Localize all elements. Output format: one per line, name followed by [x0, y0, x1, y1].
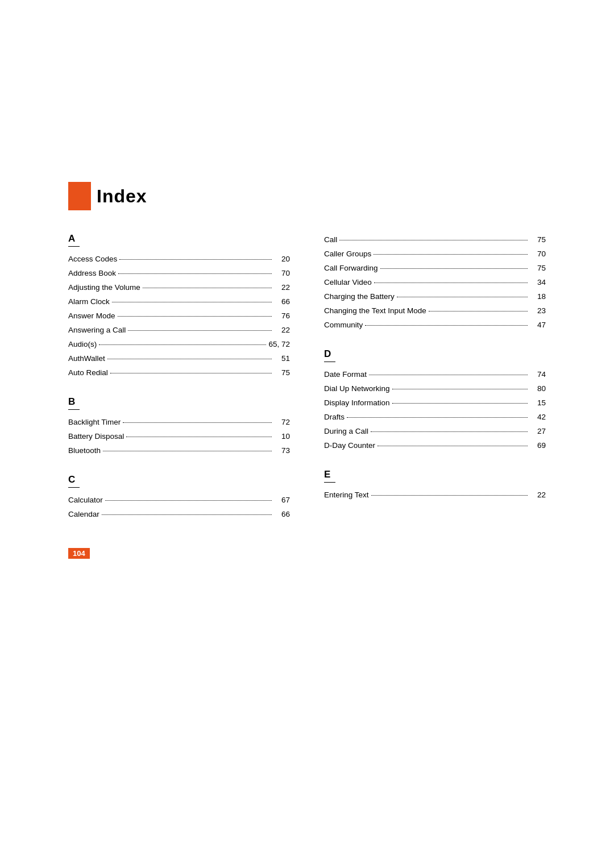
- entry-name: Access Codes: [68, 252, 117, 267]
- index-entry: Alarm Clock66: [68, 295, 290, 309]
- entry-dots: [123, 422, 272, 423]
- entry-dots: [374, 283, 528, 283]
- entry-name: Bluetooth: [68, 444, 101, 458]
- entry-dots: [339, 240, 528, 240]
- entry-page: 22: [530, 488, 546, 502]
- entry-dots: [102, 514, 272, 515]
- index-entry: Calculator67: [68, 493, 290, 508]
- entry-page: 65, 72: [268, 338, 290, 352]
- section-continuation: Call75Caller Groups70Call Forwarding75Ce…: [324, 233, 546, 333]
- entry-dots: [103, 451, 272, 451]
- entry-dots: [380, 268, 528, 269]
- entry-page: 47: [530, 318, 546, 333]
- entry-page: 70: [274, 267, 290, 281]
- entry-dots: [374, 254, 528, 255]
- section-letter-c: C: [68, 474, 80, 488]
- section-letter-b: B: [68, 396, 80, 410]
- index-entry: Caller Groups70: [324, 247, 546, 261]
- entry-page: 73: [274, 444, 290, 458]
- entry-name: During a Call: [324, 425, 368, 439]
- entry-page: 18: [530, 290, 546, 304]
- entry-name: Calendar: [68, 508, 99, 522]
- index-entry: Cellular Video34: [324, 276, 546, 290]
- index-entry: Changing the Text Input Mode23: [324, 304, 546, 318]
- entry-page: 70: [530, 247, 546, 261]
- entry-name: AuthWallet: [68, 352, 105, 366]
- entry-name: Call Forwarding: [324, 261, 378, 276]
- index-entry: Dial Up Networking80: [324, 382, 546, 396]
- page-container: Index AAccess Codes20Address Book70Adjus…: [0, 0, 614, 868]
- entry-name: Date Format: [324, 368, 367, 382]
- entry-dots: [371, 495, 528, 496]
- entry-dots: [110, 373, 272, 373]
- entry-page: 10: [274, 430, 290, 444]
- index-entry: Calendar66: [68, 508, 290, 522]
- index-entry: Community47: [324, 318, 546, 333]
- entry-dots: [99, 344, 266, 345]
- entry-page: 66: [274, 295, 290, 309]
- entry-page: 67: [274, 493, 290, 508]
- index-entry: Call Forwarding75: [324, 261, 546, 276]
- entry-dots: [371, 431, 528, 432]
- section-letter-e: E: [324, 469, 335, 483]
- index-entry: Drafts42: [324, 410, 546, 425]
- entry-name: Answer Mode: [68, 309, 115, 323]
- entry-dots: [392, 403, 528, 404]
- page-title: Index: [97, 186, 147, 207]
- entry-page: 72: [274, 416, 290, 430]
- entry-name: Charging the Battery: [324, 290, 395, 304]
- entry-dots: [107, 359, 272, 359]
- entry-dots: [118, 316, 272, 317]
- entry-name: Audio(s): [68, 338, 97, 352]
- index-entry: Backlight Timer72: [68, 416, 290, 430]
- entry-name: Auto Redial: [68, 366, 108, 380]
- entry-page: 80: [530, 382, 546, 396]
- left-column: AAccess Codes20Address Book70Adjusting t…: [68, 233, 290, 538]
- entry-dots: [119, 259, 272, 260]
- entry-name: Display Information: [324, 396, 390, 410]
- entry-name: Alarm Clock: [68, 295, 110, 309]
- index-entry: AuthWallet51: [68, 352, 290, 366]
- entry-name: Adjusting the Volume: [68, 281, 140, 295]
- index-entry: Access Codes20: [68, 252, 290, 267]
- index-entry: Charging the Battery18: [324, 290, 546, 304]
- entry-name: Calculator: [68, 493, 103, 508]
- entry-dots: [105, 500, 272, 501]
- right-column: Call75Caller Groups70Call Forwarding75Ce…: [324, 233, 546, 538]
- columns-wrapper: AAccess Codes20Address Book70Adjusting t…: [68, 233, 546, 538]
- entry-page: 75: [530, 261, 546, 276]
- title-block: Index: [68, 182, 546, 210]
- entry-page: 15: [530, 396, 546, 410]
- index-entry: Audio(s)65, 72: [68, 338, 290, 352]
- entry-page: 22: [274, 281, 290, 295]
- section-E: EEntering Text22: [324, 469, 546, 502]
- section-D: DDate Format74Dial Up Networking80Displa…: [324, 348, 546, 453]
- section-letter-a: A: [68, 233, 80, 247]
- entry-name: Answering a Call: [68, 323, 126, 338]
- entry-dots: [112, 302, 272, 302]
- entry-name: D-Day Counter: [324, 439, 375, 453]
- entry-name: Caller Groups: [324, 247, 371, 261]
- entry-dots: [347, 417, 528, 418]
- index-entry: Adjusting the Volume22: [68, 281, 290, 295]
- index-entry: Date Format74: [324, 368, 546, 382]
- entry-page: 76: [274, 309, 290, 323]
- index-entry: D-Day Counter69: [324, 439, 546, 453]
- orange-bar-decoration: [68, 182, 91, 210]
- entry-dots: [429, 311, 528, 312]
- entry-dots: [128, 330, 272, 331]
- entry-name: Community: [324, 318, 363, 333]
- entry-page: 51: [274, 352, 290, 366]
- section-B: BBacklight Timer72Battery Disposal10Blue…: [68, 396, 290, 458]
- entry-name: Address Book: [68, 267, 116, 281]
- entry-dots: [392, 389, 528, 389]
- entry-page: 75: [274, 366, 290, 380]
- index-entry: Answer Mode76: [68, 309, 290, 323]
- entry-name: Dial Up Networking: [324, 382, 390, 396]
- entry-dots: [377, 446, 528, 446]
- entry-page: 42: [530, 410, 546, 425]
- entry-page: 74: [530, 368, 546, 382]
- entry-page: 66: [274, 508, 290, 522]
- entry-page: 23: [530, 304, 546, 318]
- entry-page: 75: [530, 233, 546, 247]
